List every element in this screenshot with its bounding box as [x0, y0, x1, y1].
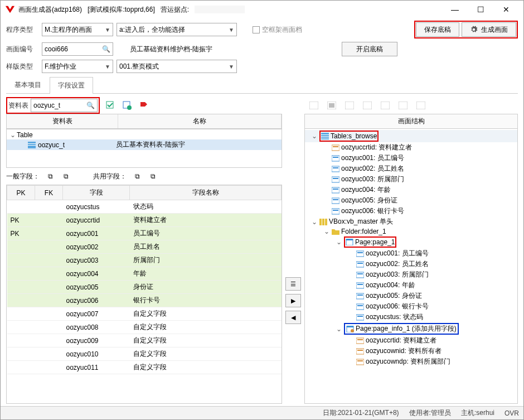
svg-rect-29 — [333, 199, 338, 200]
struct-node[interactable]: oozyuc005: 身份证 — [305, 291, 517, 301]
field-row[interactable]: PKoozyuccrtid资料建立者 — [7, 214, 282, 227]
grid-check-icon[interactable] — [104, 99, 117, 112]
cell-pk — [7, 267, 35, 281]
app-window: 画面生成器(adzp168) [测试模拟库:topprd,66] 营运据点: —… — [0, 0, 524, 420]
struct-node[interactable]: oozyuc002: 员工姓名 — [305, 163, 517, 174]
tab-fields[interactable]: 字段设置 — [50, 77, 93, 94]
prog-type-combo[interactable]: M.主程序的画面 ▼ — [42, 23, 113, 36]
search-icon[interactable]: 🔍 — [102, 45, 110, 53]
field-icon — [356, 272, 364, 278]
generate-button[interactable]: 生成画面 — [462, 22, 516, 37]
doc-title: 员工基础资料维护档-陆振宇 — [130, 45, 212, 54]
struct-node-label: oozyuccrtid: 资料建立者 — [341, 143, 412, 152]
struct-node-label: oozyuc001: 员工编号 — [341, 153, 404, 163]
collapse-icon[interactable]: ⌄ — [9, 131, 17, 139]
grid-refresh-icon[interactable] — [121, 99, 133, 112]
toggle-icon[interactable]: ⌄ — [312, 218, 319, 226]
copy-all-icon[interactable]: ⧉ — [61, 171, 71, 181]
tree-item[interactable]: oozyuc_t 员工基本资料表-陆振宇 — [7, 139, 282, 150]
move-right-button[interactable]: ▶ — [285, 294, 301, 307]
cell-name: 员工编号 — [130, 227, 282, 240]
field-row[interactable]: oozyuc009自定义字段 — [7, 334, 282, 347]
tree-root[interactable]: ⌄ Table — [7, 131, 282, 139]
svg-rect-48 — [357, 305, 363, 306]
copy-icon[interactable]: ⧉ — [45, 171, 55, 181]
frame-checkbox[interactable]: 空框架画面档 — [253, 25, 302, 35]
prog-type-label: 程序类型 — [6, 25, 38, 35]
struct-node-label: oozyucowndp: 资料所属部门 — [366, 357, 450, 366]
struct-icon-1[interactable] — [308, 99, 320, 112]
action-combo[interactable]: a:进入后，全功能选择 ▼ — [117, 23, 237, 36]
screen-no-input[interactable]: cooi666 🔍 — [42, 42, 113, 56]
svg-rect-24 — [332, 177, 339, 182]
svg-rect-17 — [321, 138, 329, 138]
template-type-value: F.维护作业 — [45, 62, 76, 71]
field-row[interactable]: oozyuc002员工姓名 — [7, 240, 282, 254]
list-button[interactable]: ☰ — [285, 277, 301, 291]
struct-node[interactable]: oozyuc004: 年龄 — [305, 280, 517, 291]
save-draft-button[interactable]: 保存底稿 — [416, 22, 459, 37]
field-row[interactable]: oozyuc008自定义字段 — [7, 321, 282, 334]
minimize-button[interactable]: — — [442, 1, 468, 18]
struct-icon-2[interactable] — [326, 99, 338, 112]
status-user: 使用者:管理员 — [409, 408, 451, 418]
struct-node[interactable]: ⌄Folder:folder_1 — [305, 227, 517, 236]
cell-fk — [35, 240, 63, 254]
struct-icon-3[interactable] — [343, 99, 356, 112]
tab-basic[interactable]: 基本项目 — [6, 76, 50, 93]
struct-node[interactable]: oozyucstus: 状态码 — [305, 312, 517, 322]
field-icon — [332, 187, 339, 194]
toggle-icon[interactable]: ⌄ — [324, 228, 332, 235]
struct-node[interactable]: oozyuc006: 银行卡号 — [305, 301, 517, 312]
struct-node[interactable]: oozyuccrtid: 资料建立者 — [305, 142, 517, 153]
field-row[interactable]: oozyuc011自定义字段 — [7, 361, 282, 374]
struct-icon-5[interactable] — [379, 99, 391, 112]
cell-name: 状态码 — [130, 200, 282, 214]
struct-icon-6[interactable] — [397, 99, 409, 112]
struct-node[interactable]: ⌄Table:s_browse — [305, 130, 517, 142]
struct-node[interactable]: oozyuccrtid: 资料建立者 — [305, 335, 517, 346]
struct-node[interactable]: oozyuc006: 银行卡号 — [305, 206, 517, 216]
field-row[interactable]: PKoozyuc001员工编号 — [7, 227, 282, 240]
struct-node[interactable]: ⌄Page:page_info_1 (添加共用字段) — [305, 322, 517, 335]
table-input[interactable]: oozyuc_t 🔍 — [31, 99, 98, 112]
field-row[interactable]: oozyuc007自定义字段 — [7, 307, 282, 321]
field-row[interactable]: oozyucstus状态码 — [7, 200, 282, 214]
struct-node[interactable]: ⌄VBox:vb_master 单头 — [305, 216, 517, 227]
close-button[interactable]: ✕ — [493, 1, 519, 18]
struct-node[interactable]: oozyuc005: 身份证 — [305, 195, 517, 206]
struct-node[interactable]: oozyucownid: 资料所有者 — [305, 346, 517, 356]
struct-node[interactable]: oozyuc001: 员工编号 — [305, 153, 517, 163]
cell-fk — [35, 267, 63, 281]
struct-node-label: oozyuc003: 所属部门 — [366, 270, 429, 279]
field-row[interactable]: oozyuc006银行卡号 — [7, 294, 282, 307]
template-type-combo[interactable]: F.维护作业 ▼ — [42, 60, 113, 73]
search-icon[interactable]: 🔍 — [86, 102, 95, 109]
struct-node[interactable]: oozyuc001: 员工编号 — [305, 248, 517, 259]
struct-node[interactable]: oozyuc003: 所属部门 — [305, 269, 517, 280]
field-row[interactable]: oozyuc004年龄 — [7, 267, 282, 281]
field-row[interactable]: oozyuc005身份证 — [7, 281, 282, 294]
struct-node[interactable]: oozyuc004: 年龄 — [305, 185, 517, 195]
cell-name: 自定义字段 — [130, 347, 282, 361]
mode-combo[interactable]: 001.整页模式 ▼ — [117, 60, 237, 73]
field-row[interactable]: oozyuc003所属部门 — [7, 254, 282, 267]
col-fk: FK — [35, 186, 63, 200]
struct-icon-7[interactable] — [415, 99, 427, 112]
struct-node[interactable]: oozyuc003: 所属部门 — [305, 174, 517, 185]
tag-delete-icon[interactable] — [138, 99, 150, 112]
maximize-button[interactable]: ☐ — [468, 1, 493, 18]
cell-name: 自定义字段 — [130, 307, 282, 321]
move-left-button[interactable]: ◀ — [285, 311, 301, 324]
field-row[interactable]: oozyuc010自定义字段 — [7, 347, 282, 361]
struct-icon-4[interactable] — [361, 99, 373, 112]
open-draft-button[interactable]: 开启底稿 — [342, 42, 397, 56]
cell-fk — [35, 200, 63, 214]
cell-name: 身份证 — [130, 281, 282, 294]
struct-node[interactable]: oozyuc002: 员工姓名 — [305, 259, 517, 269]
struct-node[interactable]: oozyucowndp: 资料所属部门 — [305, 356, 517, 367]
copy-icon[interactable]: ⧉ — [132, 171, 142, 181]
struct-node[interactable]: ⌄Page:page_1 — [305, 236, 517, 248]
copy-all-icon[interactable]: ⧉ — [148, 171, 158, 181]
cell-fk — [35, 294, 63, 307]
